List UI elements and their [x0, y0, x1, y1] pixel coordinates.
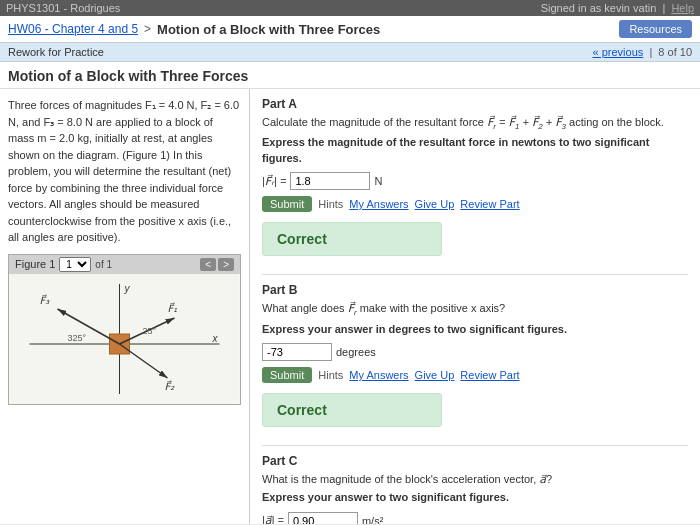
- figure-header: Figure 1 1 of 1 < >: [9, 255, 240, 274]
- part-a-review-button[interactable]: Review Part: [460, 198, 519, 210]
- part-b-review-button[interactable]: Review Part: [460, 369, 519, 381]
- header-nav: HW06 - Chapter 4 and 5 > Motion of a Blo…: [0, 16, 700, 43]
- right-panel: Part A Calculate the magnitude of the re…: [250, 89, 700, 524]
- figure-next-button[interactable]: >: [218, 258, 234, 271]
- part-b-give-up-label[interactable]: Give Up: [415, 369, 455, 381]
- part-b-question1: What angle does F⃗r make with the positi…: [262, 301, 688, 318]
- figure-prev-button[interactable]: <: [200, 258, 216, 271]
- prev-link[interactable]: « previous: [593, 46, 644, 58]
- page-title-bar: Motion of a Block with Three Forces: [0, 62, 700, 89]
- svg-text:325°: 325°: [68, 333, 87, 343]
- separator: >: [144, 22, 151, 36]
- svg-text:F⃗₃: F⃗₃: [40, 294, 51, 306]
- svg-text:y: y: [124, 283, 131, 294]
- hw-link[interactable]: HW06 - Chapter 4 and 5: [8, 22, 138, 36]
- part-a-input-label: |F⃗ᵣ| =: [262, 175, 286, 188]
- part-a-hints-label: Hints: [318, 198, 343, 210]
- divider-ab: [262, 274, 688, 275]
- figure-of-label: of 1: [95, 259, 112, 270]
- part-c-question2: Express your answer to two significant f…: [262, 490, 688, 505]
- part-a-btn-row: Submit Hints My Answers Give Up Review P…: [262, 196, 688, 212]
- part-c-input[interactable]: [288, 512, 358, 524]
- part-b-label: Part B: [262, 283, 688, 297]
- figure-canvas: y x F⃗₁ 25° F⃗₂: [9, 274, 240, 404]
- part-a-question1: Calculate the magnitude of the resultant…: [262, 115, 688, 132]
- figure-nav-buttons: < >: [200, 258, 234, 271]
- part-a-give-up-label[interactable]: Give Up: [415, 198, 455, 210]
- part-b-hints-label: Hints: [318, 369, 343, 381]
- top-bar: PHYS1301 - Rodrigues Signed in as kevin …: [0, 0, 700, 16]
- page-main-title: Motion of a Block with Three Forces: [8, 68, 692, 84]
- figure-diagram: y x F⃗₁ 25° F⃗₂: [9, 274, 240, 404]
- part-b-submit-button[interactable]: Submit: [262, 367, 312, 383]
- rework-bar: Rework for Practice « previous | 8 of 10: [0, 43, 700, 62]
- part-a-label: Part A: [262, 97, 688, 111]
- main-content: Three forces of magnitudes F₁ = 4.0 N, F…: [0, 89, 700, 524]
- header-page-title: Motion of a Block with Three Forces: [157, 22, 380, 37]
- figure-label: Figure 1: [15, 258, 55, 270]
- figure-select[interactable]: 1: [59, 257, 91, 272]
- part-b-correct-box: Correct: [262, 393, 442, 427]
- part-b-btn-row: Submit Hints My Answers Give Up Review P…: [262, 367, 688, 383]
- part-a-input-row: |F⃗ᵣ| = N: [262, 172, 688, 190]
- signed-in-label: Signed in as kevin vatin | Help: [541, 2, 694, 14]
- part-b-question2: Express your answer in degrees to two si…: [262, 322, 688, 337]
- svg-text:F⃗₂: F⃗₂: [165, 380, 176, 392]
- part-a-my-answers-button[interactable]: My Answers: [349, 198, 408, 210]
- divider-bc: [262, 445, 688, 446]
- part-c-input-label: |a⃗| =: [262, 514, 284, 524]
- problem-description: Three forces of magnitudes F₁ = 4.0 N, F…: [8, 97, 241, 246]
- part-b-unit: degrees: [336, 346, 376, 358]
- part-a-section: Part A Calculate the magnitude of the re…: [262, 97, 688, 262]
- part-a-submit-button[interactable]: Submit: [262, 196, 312, 212]
- part-c-unit: m/s²: [362, 515, 383, 524]
- svg-text:F⃗₁: F⃗₁: [168, 302, 178, 314]
- svg-text:x: x: [212, 333, 219, 344]
- part-a-input[interactable]: [290, 172, 370, 190]
- figure-box: Figure 1 1 of 1 < >: [8, 254, 241, 405]
- part-a-correct-box: Correct: [262, 222, 442, 256]
- svg-text:25°: 25°: [143, 326, 157, 336]
- left-panel: Three forces of magnitudes F₁ = 4.0 N, F…: [0, 89, 250, 524]
- part-c-section: Part C What is the magnitude of the bloc…: [262, 454, 688, 524]
- page-count: 8 of 10: [658, 46, 692, 58]
- help-link[interactable]: Help: [671, 2, 694, 14]
- part-c-input-row: |a⃗| = m/s²: [262, 512, 688, 524]
- rework-label: Rework for Practice: [8, 46, 104, 58]
- part-b-section: Part B What angle does F⃗r make with the…: [262, 283, 688, 433]
- part-a-unit: N: [374, 175, 382, 187]
- resources-button[interactable]: Resources: [619, 20, 692, 38]
- part-a-question2: Express the magnitude of the resultant f…: [262, 135, 688, 166]
- part-b-my-answers-button[interactable]: My Answers: [349, 369, 408, 381]
- course-label: PHYS1301 - Rodrigues: [6, 2, 120, 14]
- part-c-label: Part C: [262, 454, 688, 468]
- part-c-question1: What is the magnitude of the block's acc…: [262, 472, 688, 487]
- pagination: « previous | 8 of 10: [593, 46, 693, 58]
- part-b-input[interactable]: [262, 343, 332, 361]
- part-b-input-row: degrees: [262, 343, 688, 361]
